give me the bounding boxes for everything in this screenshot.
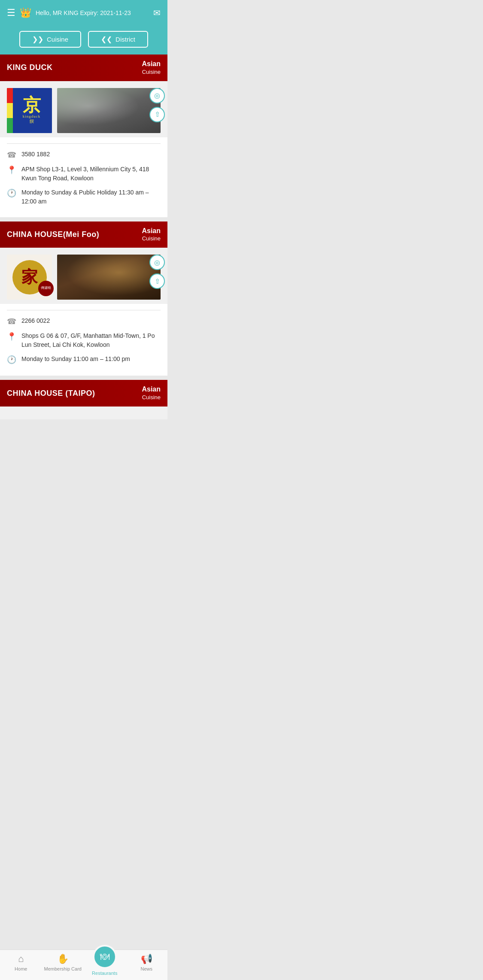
china-house-taipo-name: CHINA HOUSE (TAIPO) [7,389,95,398]
china-house-images: 家 傳濾曉 ◎ ⇧ [0,248,167,304]
king-duck-logo: 京 kingduck 饌 [7,88,52,133]
divider [7,143,161,144]
china-house-header: CHINA HOUSE(Mei Foo) Asian Cuisine [0,221,167,248]
mail-icon[interactable]: ✉ [153,8,161,18]
china-house-location-button[interactable]: ◎ [149,255,165,270]
king-duck-location-button[interactable]: ◎ [149,88,165,103]
king-duck-share-button[interactable]: ⇧ [149,107,165,122]
china-house-address-row: 📍 Shops G 06 & 07, G/F, Manhattan Mid-To… [7,331,161,349]
location-icon: ◎ [154,258,160,267]
district-filter-icon: ❮❮ [101,35,112,43]
king-duck-name: KING DUCK [7,63,53,72]
king-duck-phone-row: ☎ 3580 1882 [7,150,161,160]
king-duck-info: ☎ 3580 1882 📍 APM Shop L3-1, Level 3, Mi… [0,137,167,217]
share-icon: ⇧ [155,110,160,118]
king-duck-cuisine: Asian Cuisine [142,60,161,76]
district-filter-label: District [115,36,135,43]
clock-icon: 🕐 [7,188,16,198]
king-duck-phone: 3580 1882 [21,150,50,159]
china-house-taipo-cuisine: Asian Cuisine [142,385,161,401]
filter-bar: ❯❯ Cuisine ❮❮ District [0,26,167,55]
app-header: ☰ 👑 Hello, MR KING Expiry: 2021-11-23 ✉ [0,0,167,26]
phone-icon: ☎ [7,150,16,160]
china-house-actions: ◎ ⇧ [149,255,165,289]
king-duck-photo [57,88,161,133]
china-house-hours: Monday to Sunday 11:00 am – 11:00 pm [21,355,130,364]
china-house-photo [57,255,161,300]
phone-icon: ☎ [7,317,16,326]
restaurant-list: KING DUCK Asian Cuisine 京 kingduck 饌 [0,55,167,454]
district-filter-button[interactable]: ❮❮ District [88,31,148,48]
china-house-name: CHINA HOUSE(Mei Foo) [7,230,99,239]
restaurant-card: KING DUCK Asian Cuisine 京 kingduck 饌 [0,55,167,217]
crown-icon: 👑 [20,7,31,18]
header-left: ☰ 👑 Hello, MR KING Expiry: 2021-11-23 [7,7,131,18]
restaurant-card: CHINA HOUSE(Mei Foo) Asian Cuisine 家 傳濾曉 [0,221,167,376]
king-duck-hours: Monday to Sunday & Public Holiday 11:30 … [21,188,161,206]
china-house-phone: 2266 0022 [21,316,50,325]
clock-icon: 🕐 [7,355,16,364]
china-house-logo: 家 傳濾曉 [7,255,52,300]
divider [7,310,161,310]
restaurant-card: CHINA HOUSE (TAIPO) Asian Cuisine [0,380,167,419]
king-duck-header: KING DUCK Asian Cuisine [0,55,167,81]
china-house-share-button[interactable]: ⇧ [149,273,165,289]
china-house-taipo-header: CHINA HOUSE (TAIPO) Asian Cuisine [0,380,167,407]
king-duck-hours-row: 🕐 Monday to Sunday & Public Holiday 11:3… [7,188,161,206]
china-house-cuisine: Asian Cuisine [142,227,161,243]
cuisine-filter-label: Cuisine [47,36,68,43]
location-icon: ◎ [154,91,160,100]
china-house-phone-row: ☎ 2266 0022 [7,316,161,326]
china-house-badge: 傳濾曉 [38,281,54,296]
king-duck-address: APM Shop L3-1, Level 3, Millennium City … [21,165,161,183]
menu-icon[interactable]: ☰ [7,7,15,18]
china-house-hours-row: 🕐 Monday to Sunday 11:00 am – 11:00 pm [7,355,161,364]
address-icon: 📍 [7,165,16,175]
greeting-text: Hello, MR KING Expiry: 2021-11-23 [36,9,131,16]
china-house-address: Shops G 06 & 07, G/F, Manhattan Mid-Town… [21,331,161,349]
king-duck-images: 京 kingduck 饌 ◎ ⇧ [0,81,167,137]
address-icon: 📍 [7,332,16,341]
share-icon: ⇧ [155,277,160,285]
king-duck-address-row: 📍 APM Shop L3-1, Level 3, Millennium Cit… [7,165,161,183]
cuisine-filter-icon: ❯❯ [32,35,43,43]
china-house-info: ☎ 2266 0022 📍 Shops G 06 & 07, G/F, Manh… [0,304,167,376]
cuisine-filter-button[interactable]: ❯❯ Cuisine [19,31,81,48]
king-duck-actions: ◎ ⇧ [149,88,165,122]
